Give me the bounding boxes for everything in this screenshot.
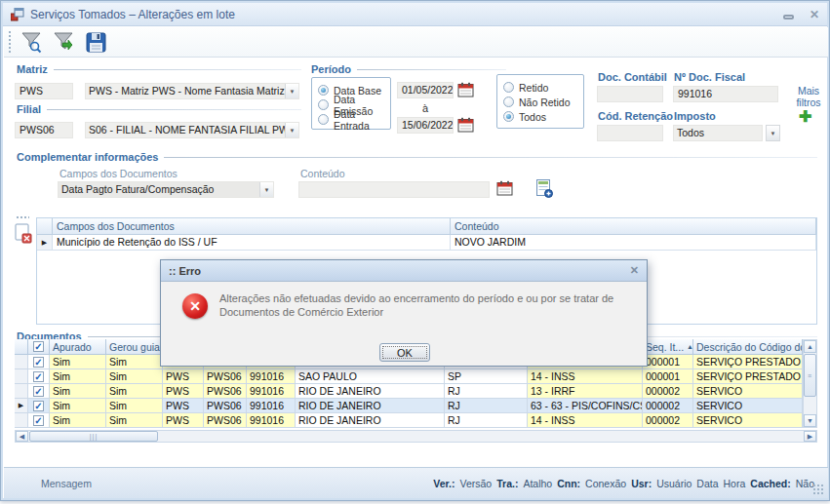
horizontal-scroll-thumb[interactable]: ||| [29,431,158,442]
matriz-code-input[interactable]: PWS [15,83,73,99]
campos-documentos-combo[interactable]: Data Pagto Fatura/Compensação ▼ [58,181,274,198]
vertical-scrollbar[interactable]: ▲ ≡ ▼ [803,339,817,428]
remove-filter-row-button[interactable] [10,215,35,252]
sort-asc-icon: ▲ [687,343,693,350]
table-row[interactable]: ✓ Sim Sim PWS PWS06 991016 RIO DE JANEIR… [15,384,817,399]
save-button[interactable] [82,29,109,55]
error-dialog-title: :: Erro [169,265,201,277]
campos-grid-row[interactable]: ▶ Município de Retenção do ISS / UF NOVO… [37,235,816,251]
filter-apply-button[interactable] [50,29,77,55]
delete-row-icon [13,222,32,246]
date-from-calendar-button[interactable] [457,82,474,101]
complementar-label: Complementar informações [17,151,158,163]
chevron-down-icon[interactable]: ▼ [285,84,298,98]
header-select-all[interactable]: ✓ [28,339,50,355]
ok-button[interactable]: OK [379,343,430,362]
header-descricao[interactable]: Descrição do Código do P [693,339,803,355]
scroll-left-button[interactable]: ◀ [16,431,28,442]
calendar-icon [457,82,474,97]
periodo-label: Período [311,63,351,75]
row-checkbox[interactable]: ✓ [28,413,50,428]
checkbox-checked-icon: ✓ [33,401,44,411]
radio-data-entrada[interactable]: Data Entrada [318,112,390,127]
vertical-scroll-thumb[interactable]: ≡ [804,354,816,397]
error-dialog-title-bar[interactable]: :: Erro ✕ [161,260,647,282]
minimize-button[interactable] [783,6,794,23]
checkbox-checked-icon: ✓ [33,415,44,426]
toolbar-drag-handle[interactable] [8,30,12,54]
filial-code-input[interactable]: PWS06 [15,122,73,138]
row-checkbox[interactable]: ✓ [28,355,50,369]
status-info: Ver.:Versão Tra.:Atalho Cnn:Conexão Usr:… [433,478,814,489]
radio-retido[interactable]: Retido [503,80,583,95]
close-button[interactable]: ✕ [810,8,819,21]
error-dialog-close-button[interactable]: ✕ [630,264,639,277]
header-gerou-guia[interactable]: Gerou guia? [106,339,163,355]
imposto-combo-value: Todos [674,126,762,140]
horizontal-scrollbar[interactable]: ◀ ||| ▶ [15,430,817,443]
imposto-combo[interactable]: Todos [673,125,763,141]
calendar-icon [496,180,513,196]
campos-grid-header-campo[interactable]: Campos dos Documentos [53,218,451,235]
resize-grip[interactable] [812,484,824,495]
filial-label: Filial [17,103,41,115]
error-message: Alterações não efetuadas devido ao encer… [219,291,637,319]
status-bar: Mensagem Ver.:Versão Tra.:Atalho Cnn:Con… [4,467,828,498]
apply-content-button[interactable] [535,178,553,202]
minimize-icon [783,15,794,19]
header-corner [15,339,28,355]
status-message: Mensagem [41,478,92,489]
scroll-down-button[interactable]: ▼ [804,414,816,427]
table-row-selected[interactable]: ▶ ✓ Sim Sim PWS PWS06 991016 RIO DE JANE… [15,399,817,413]
radio-icon [503,97,514,107]
date-to-calendar-button[interactable] [457,117,474,136]
matriz-combo[interactable]: PWS - Matriz PWS - Nome Fantasia Matriz … [85,83,299,99]
scroll-right-button[interactable]: ▶ [804,431,816,442]
grid-add-icon [535,178,553,198]
row-checkbox[interactable]: ✓ [28,399,50,413]
row-checkbox[interactable]: ✓ [28,384,50,399]
num-doc-fiscal-input[interactable]: 991016 [673,86,778,102]
floppy-save-icon [84,30,107,54]
cod-retencao-input[interactable] [597,125,663,141]
toolbar [4,27,828,58]
table-row[interactable]: ✓ Sim Sim PWS PWS06 991016 RIO DE JANEIR… [15,413,817,428]
header-apurado[interactable]: Apurado [50,339,106,355]
campos-grid-header-conteudo[interactable]: Conteúdo [451,218,816,235]
doc-contabil-input[interactable] [597,86,663,102]
checkbox-checked-icon: ✓ [33,341,44,352]
row-marker-icon: ▶ [37,235,53,251]
header-seq[interactable]: Seq. It... ▲ [643,339,693,355]
date-from-input[interactable]: 01/05/2022 [397,82,454,98]
num-doc-fiscal-label: Nº Doc. Fiscal [674,71,745,83]
title-bar: Serviços Tomados – Alterações em lote ✕ [3,3,827,26]
campos-grid-cell-conteudo: NOVO JARDIM [451,235,816,251]
row-marker-icon: ▶ [15,399,28,413]
radio-selected-icon [503,111,514,122]
matriz-combo-value: PWS - Matriz PWS - Nome Fantasia Matriz … [86,84,285,98]
filter-search-button[interactable] [18,29,45,55]
chevron-down-icon[interactable]: ▼ [285,123,298,137]
mais-filtros-plus-button[interactable]: ✚ [799,110,811,124]
imposto-dropdown-button[interactable]: ▼ [766,125,780,141]
periodo-option-box: Data Base Data Emissão Data Entrada [311,77,391,130]
campos-documentos-value: Data Pagto Fatura/Compensação [59,182,259,197]
matriz-label: Matriz [17,63,48,75]
row-checkbox[interactable]: ✓ [28,369,50,384]
drag-dots-icon [16,215,29,219]
conteudo-calendar-button[interactable] [496,180,513,200]
radio-icon [318,114,329,125]
complementar-group-header: Complementar informações [17,151,817,163]
filial-combo[interactable]: S06 - FILIAL - NOME FANTASIA FILIAL PWS0… [85,122,299,138]
scroll-up-button[interactable]: ▲ [804,340,816,353]
radio-nao-retido[interactable]: Não Retido [503,95,583,109]
imposto-label: Imposto [674,110,716,122]
date-range-separator: à [395,102,455,114]
radio-todos[interactable]: Todos [503,109,583,124]
date-to-input[interactable]: 15/06/2022 [397,117,454,134]
app-icon [11,8,24,21]
chevron-down-icon: ▼ [771,131,776,136]
conteudo-input[interactable] [298,181,490,198]
table-row[interactable]: ✓ Sim Sim PWS PWS06 991016 SAO PAULO SP … [15,369,817,384]
chevron-down-icon[interactable]: ▼ [259,182,273,197]
